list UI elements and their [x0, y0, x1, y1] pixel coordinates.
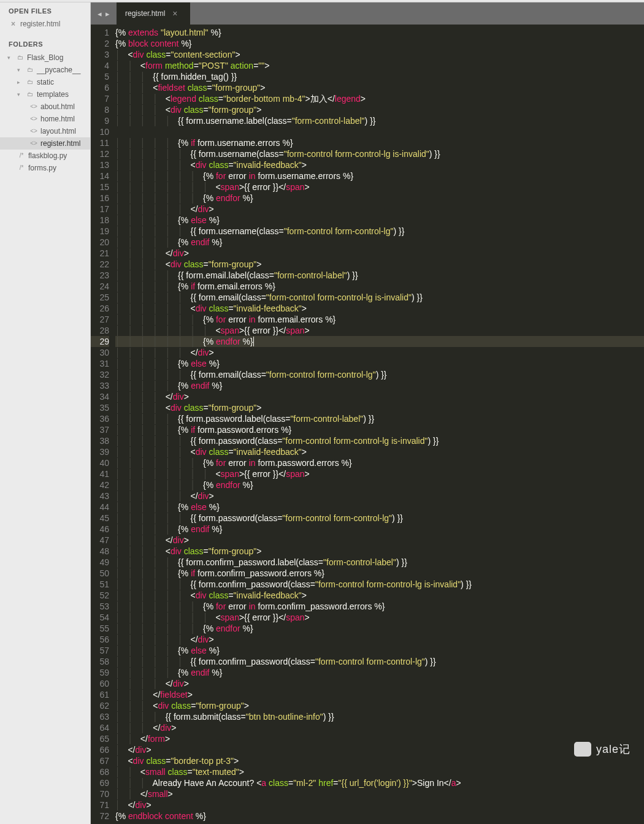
sidebar: OPEN FILES register.html FOLDERS ▾🗀Flask… — [0, 2, 91, 824]
folder-pycache[interactable]: ▾🗀__pycache__ — [0, 64, 90, 76]
folder-static[interactable]: ▸🗀static — [0, 76, 90, 88]
folder-icon: 🗀 — [16, 52, 25, 63]
arrow-right-icon[interactable]: ▸ — [105, 9, 110, 18]
close-icon[interactable]: × — [172, 9, 177, 18]
file-home[interactable]: <>home.html — [0, 113, 90, 125]
file-layout[interactable]: <>layout.html — [0, 125, 90, 137]
arrow-left-icon[interactable]: ◂ — [98, 9, 102, 18]
tab-register[interactable]: register.html× — [117, 2, 190, 25]
open-files-heading: OPEN FILES — [0, 2, 90, 18]
py-file-icon: /* — [17, 150, 26, 161]
chevron-right-icon: ▸ — [17, 77, 23, 88]
chevron-down-icon: ▾ — [7, 52, 13, 63]
code-area[interactable]: 1234567891011121314151617181920212223242… — [91, 25, 644, 824]
chevron-down-icon: ▾ — [17, 64, 23, 75]
html-file-icon: <> — [29, 126, 38, 137]
py-file-icon: /* — [17, 162, 26, 174]
watermark: yale记 — [574, 742, 631, 757]
folders-heading: FOLDERS — [0, 36, 90, 52]
tabbar: ◂▸ register.html× — [91, 2, 644, 25]
tab-label: register.html — [125, 9, 165, 18]
folder-templates[interactable]: ▾🗀templates — [0, 88, 90, 101]
wechat-icon — [574, 742, 591, 757]
file-flaskblog[interactable]: /*flaskblog.py — [0, 150, 90, 162]
html-file-icon: <> — [29, 138, 38, 149]
file-forms[interactable]: /*forms.py — [0, 162, 90, 174]
open-file-item[interactable]: register.html — [0, 18, 90, 29]
folder-icon: 🗀 — [26, 77, 34, 88]
html-file-icon: <> — [29, 101, 38, 112]
line-gutter: 1234567891011121314151617181920212223242… — [91, 25, 115, 824]
file-register[interactable]: <>register.html — [0, 137, 90, 150]
nav-arrows[interactable]: ◂▸ — [91, 2, 117, 25]
code-view[interactable]: {% extends "layout.html" %}{% block cont… — [115, 25, 644, 824]
editor-area: ◂▸ register.html× 1234567891011121314151… — [91, 2, 644, 824]
html-file-icon: <> — [29, 113, 38, 124]
folder-icon: 🗀 — [26, 64, 34, 75]
folder-root[interactable]: ▾🗀Flask_Blog — [0, 52, 90, 64]
chevron-down-icon: ▾ — [17, 89, 23, 100]
file-about[interactable]: <>about.html — [0, 101, 90, 113]
folder-icon: 🗀 — [26, 89, 34, 100]
